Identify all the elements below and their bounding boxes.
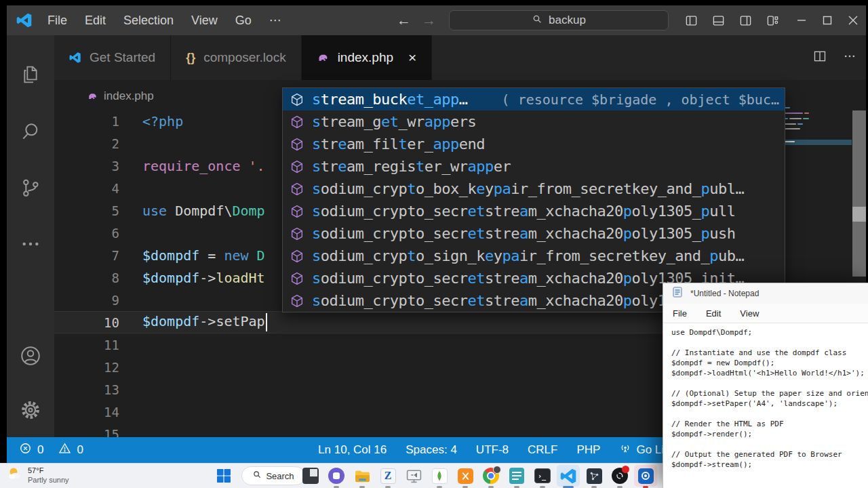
notepad-line: use Dompdf\Dompdf;: [671, 327, 868, 338]
notepad-menu-view[interactable]: View: [740, 308, 759, 319]
taskbar-icon-mongodb[interactable]: [431, 467, 448, 485]
search-sidebar-icon[interactable]: [18, 119, 43, 144]
suggest-label: sodium_crypto_secretstream_xchacha20poly…: [312, 292, 667, 309]
forward-button[interactable]: →: [422, 12, 436, 28]
suggest-item-7[interactable]: sodium_crypto_sign_keypair_from_secretke…: [283, 245, 785, 267]
status-eol[interactable]: CRLF: [528, 443, 557, 457]
suggest-item-4[interactable]: sodium_crypto_box_keypair_from_secretkey…: [283, 178, 785, 200]
suggest-item-6[interactable]: sodium_crypto_secretstream_xchacha20poly…: [283, 222, 785, 245]
menu-item-[interactable]: ⋯: [269, 13, 281, 28]
settings-gear-icon[interactable]: [18, 398, 43, 422]
maximize-button[interactable]: [823, 16, 832, 25]
menu-item-selection[interactable]: Selection: [123, 14, 174, 28]
split-editor-icon[interactable]: [813, 49, 827, 66]
taskbar-icon-desktop-app[interactable]: [302, 467, 319, 485]
more-actions-icon[interactable]: [843, 49, 856, 66]
taskbar-icon-xampp[interactable]: [456, 467, 474, 485]
suggest-label: stream_filter_append: [312, 136, 485, 152]
status-right: Ln 10, Col 16 Spaces: 4 UTF-8 CRLF PHP G…: [318, 437, 676, 463]
menu-item-file[interactable]: File: [47, 14, 67, 28]
status-encoding[interactable]: UTF-8: [476, 443, 509, 457]
taskbar-search-label: Search: [266, 471, 294, 481]
taskbar-icon-vscode[interactable]: [559, 467, 577, 485]
suggest-item-3[interactable]: stream_register_wrapper: [283, 155, 785, 178]
function-symbol-icon: [290, 226, 304, 241]
line-number: 10: [54, 315, 119, 330]
suggest-item-2[interactable]: stream_filter_append: [283, 133, 785, 155]
function-symbol-icon: [290, 115, 304, 129]
suggest-item-1[interactable]: stream_get_wrappers: [283, 110, 785, 133]
editor-scrollbar[interactable]: [852, 110, 866, 277]
menu-item-go[interactable]: Go: [235, 14, 252, 28]
suggest-item-5[interactable]: sodium_crypto_secretstream_xchacha20poly…: [283, 200, 785, 222]
start-button[interactable]: [215, 467, 233, 485]
code-text: $dompdf = new D: [119, 247, 265, 264]
breadcrumb[interactable]: index.php: [87, 89, 154, 103]
tab-close-icon[interactable]: ×: [408, 49, 416, 66]
code-text: <?php: [119, 113, 183, 129]
line-number: 3: [54, 159, 119, 174]
status-indentation[interactable]: Spaces: 4: [406, 443, 457, 457]
line-number: 6: [54, 226, 119, 241]
tab-index-php[interactable]: index.php ×: [302, 35, 433, 80]
window-controls: [797, 5, 863, 35]
line-number: 14: [54, 405, 119, 420]
menu-item-view[interactable]: View: [191, 14, 218, 28]
errors-icon: [19, 442, 32, 458]
line-number: 15: [54, 427, 119, 438]
taskbar-icon-loom-app[interactable]: [328, 467, 345, 485]
suggest-label: stream_bucket_app…: [312, 91, 467, 108]
taskbar-search[interactable]: Search: [241, 466, 305, 485]
taskbar-icon-diagram-app[interactable]: [585, 467, 603, 485]
back-button[interactable]: ←: [397, 12, 411, 28]
search-value: backup: [549, 14, 586, 27]
tab-get-started[interactable]: Get Started: [54, 35, 171, 80]
explorer-icon[interactable]: [18, 62, 43, 87]
layout-controls: [685, 5, 779, 35]
suggest-item-0[interactable]: stream_bucket_app…( resource $brigade , …: [283, 88, 785, 110]
weather-widget[interactable]: 57°F Partly sunny: [7, 466, 69, 485]
status-problems[interactable]: 0 0: [19, 437, 83, 463]
taskbar-icon-terminal[interactable]: ›_: [534, 467, 551, 485]
toggle-sidebar-icon[interactable]: [685, 14, 698, 27]
tab-label: composer.lock: [203, 50, 285, 65]
suggest-label: sodium_crypto_box_keypair_from_secretkey…: [312, 180, 744, 197]
status-cursor-position[interactable]: Ln 10, Col 16: [318, 443, 387, 457]
notepad-title: *Untitled - Notepad: [690, 289, 759, 298]
php-elephant-icon: [87, 92, 98, 101]
minimize-button[interactable]: [797, 16, 806, 25]
scrollbar-slider[interactable]: [852, 207, 866, 222]
notepad-menu-file[interactable]: File: [673, 308, 687, 319]
menu-item-edit[interactable]: Edit: [85, 14, 106, 28]
weather-temp: 57°F: [28, 466, 69, 475]
taskbar-icon-screenshare-app[interactable]: [405, 467, 422, 485]
notepad-menu-edit[interactable]: Edit: [706, 308, 721, 319]
tab-composer-lock[interactable]: {} composer.lock: [171, 35, 301, 80]
frame-top: [0, 0, 868, 5]
taskbar-icon-notepad-app[interactable]: [508, 467, 526, 485]
notepad-line: [671, 338, 868, 348]
close-button[interactable]: [848, 16, 858, 25]
account-icon[interactable]: [18, 344, 43, 368]
notepad-line: $dompdf->stream();: [671, 460, 868, 470]
suggest-label: stream_register_wrapper: [312, 158, 511, 175]
customize-layout-icon[interactable]: [766, 14, 779, 27]
notepad-line: // Output the generated PDF to Browser: [671, 449, 868, 460]
suggest-label: stream_get_wrappers: [312, 113, 476, 130]
taskbar-icon-recorder[interactable]: [637, 467, 654, 485]
minimap[interactable]: [781, 106, 852, 153]
taskbar-icon-file-explorer[interactable]: [353, 467, 371, 485]
more-views-icon[interactable]: [18, 232, 43, 256]
source-control-icon[interactable]: [18, 176, 43, 200]
toggle-secondary-sidebar-icon[interactable]: [739, 14, 752, 27]
notepad-titlebar[interactable]: *Untitled - Notepad: [663, 283, 868, 304]
taskbar-icon-obs[interactable]: [611, 467, 629, 485]
screen: FileEditSelectionViewGo⋯ ← → backup: [0, 0, 868, 488]
command-center-search[interactable]: backup: [449, 10, 669, 30]
taskbar-icon-chrome[interactable]: [482, 467, 500, 485]
weather-condition: Partly sunny: [28, 475, 69, 485]
taskbar-icon-z-app[interactable]: Z: [379, 467, 397, 485]
status-language[interactable]: PHP: [576, 443, 600, 457]
toggle-panel-icon[interactable]: [712, 14, 725, 27]
notepad-text-area[interactable]: use Dompdf\Dompdf; // Instantiate and us…: [663, 323, 868, 487]
